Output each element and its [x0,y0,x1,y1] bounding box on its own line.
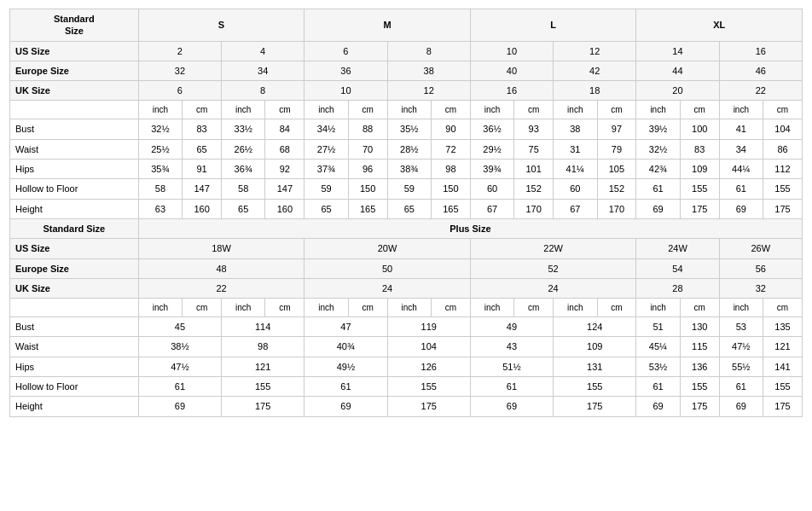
plus-0-2-cm: 124 [554,317,636,337]
plus-4-0-inch: 69 [138,397,221,416]
plus-uk-24: 24 [304,278,471,298]
std-1-6-inch: 32½ [636,139,680,159]
std-2-0-inch: 35¾ [138,160,182,179]
std-1-3-cm: 72 [431,139,470,159]
unit-cm-3: cm [348,101,387,119]
std-2-6-inch: 42¾ [636,160,680,179]
plus-2-4-inch: 55½ [719,357,763,376]
std-3-5-inch: 60 [554,179,597,199]
std-2-5-cm: 105 [597,160,636,179]
plus-hollow-to-floor-label: Hollow to Floor [10,377,139,397]
std-4-0-inch: 63 [138,199,182,218]
std-0-3-inch: 35½ [387,119,431,139]
plus-us-22w: 22W [470,239,636,258]
std-3-6-cm: 155 [680,179,719,199]
std-0-4-inch: 36½ [470,119,513,139]
plus-us-20w: 20W [304,239,471,258]
plus-1-1-cm: 104 [387,337,470,357]
std-4-4-inch: 67 [470,199,513,218]
plus-1-2-inch: 43 [470,337,553,357]
plus-unit-inch-8: inch [719,299,763,317]
plus-3-2-cm: 155 [554,377,636,397]
plus-std-label: Standard Size [10,218,139,238]
std-3-6-inch: 61 [636,179,680,199]
plus-3-4-cm: 155 [763,377,803,397]
plus-0-3-cm: 130 [680,317,719,337]
uk-12: 12 [387,81,470,101]
std-height-label: Height [10,199,139,218]
std-2-1-cm: 92 [265,160,304,179]
plus-1-0-inch: 38½ [138,337,221,357]
plus-unit-cm-1: cm [183,299,222,317]
std-3-2-inch: 59 [304,179,348,199]
std-0-1-cm: 84 [265,119,304,139]
std-size-label: StandardSize [10,9,139,42]
unit-inch-8: inch [719,101,763,119]
uk-size-label: UK Size [10,81,139,101]
std-0-3-cm: 90 [431,119,470,139]
unit-inch-3: inch [304,101,348,119]
std-1-5-cm: 79 [597,139,636,159]
unit-inch-6: inch [554,101,597,119]
std-4-7-cm: 175 [763,199,803,218]
uk-6: 6 [138,81,221,101]
plus-2-3-inch: 53½ [636,357,680,376]
plus-unit-cm-2: cm [265,299,304,317]
unit-inch-7: inch [636,101,680,119]
std-2-4-cm: 101 [514,160,554,179]
std-0-4-cm: 93 [514,119,554,139]
std-0-2-cm: 88 [348,119,387,139]
plus-hips-label: Hips [10,357,139,376]
plus-height-label: Height [10,397,139,416]
us-16: 16 [719,41,802,61]
plus-unit-inch-4: inch [387,299,431,317]
std-1-4-inch: 29½ [470,139,513,159]
plus-waist-label: Waist [10,337,139,357]
eu-32: 32 [138,61,221,80]
plus-0-2-inch: 49 [470,317,553,337]
plus-unit-inch-2: inch [222,299,265,317]
std-4-5-cm: 170 [597,199,636,218]
std-0-2-inch: 34½ [304,119,348,139]
plus-0-4-cm: 135 [763,317,803,337]
std-2-7-inch: 44¼ [719,160,763,179]
plus-unit-cm-8: cm [763,299,803,317]
plus-eu-56: 56 [719,258,802,278]
std-waist-label: Waist [10,139,139,159]
std-3-3-inch: 59 [387,179,431,199]
plus-size-label: Plus Size [138,218,802,238]
std-1-5-inch: 31 [554,139,597,159]
std-4-6-inch: 69 [636,199,680,218]
std-3-4-inch: 60 [470,179,513,199]
plus-3-2-inch: 61 [470,377,553,397]
plus-4-2-inch: 69 [470,397,553,416]
plus-uk-28: 28 [636,278,719,298]
std-3-7-cm: 155 [763,179,803,199]
std-1-1-inch: 26½ [222,139,265,159]
std-1-4-cm: 75 [514,139,554,159]
plus-0-3-inch: 51 [636,317,680,337]
plus-uk-label: UK Size [10,278,139,298]
std-bust-label: Bust [10,119,139,139]
plus-3-3-cm: 155 [680,377,719,397]
plus-0-0-inch: 45 [138,317,221,337]
std-0-7-inch: 41 [719,119,763,139]
std-3-0-cm: 147 [183,179,222,199]
unit-cm-8: cm [763,101,803,119]
std-0-1-inch: 33½ [222,119,265,139]
eu-36: 36 [304,61,387,80]
plus-1-4-cm: 121 [763,337,803,357]
plus-uk-22: 22 [138,278,304,298]
eu-34: 34 [222,61,304,80]
std-4-3-inch: 65 [387,199,431,218]
std-1-7-inch: 34 [719,139,763,159]
unit-cm-7: cm [680,101,719,119]
plus-eu-52: 52 [470,258,636,278]
unit-inch-4: inch [387,101,431,119]
std-1-3-inch: 28½ [387,139,431,159]
std-2-3-cm: 98 [431,160,470,179]
std-0-0-cm: 83 [183,119,222,139]
uk-20: 20 [636,81,719,101]
std-4-1-inch: 65 [222,199,265,218]
us-4: 4 [222,41,304,61]
